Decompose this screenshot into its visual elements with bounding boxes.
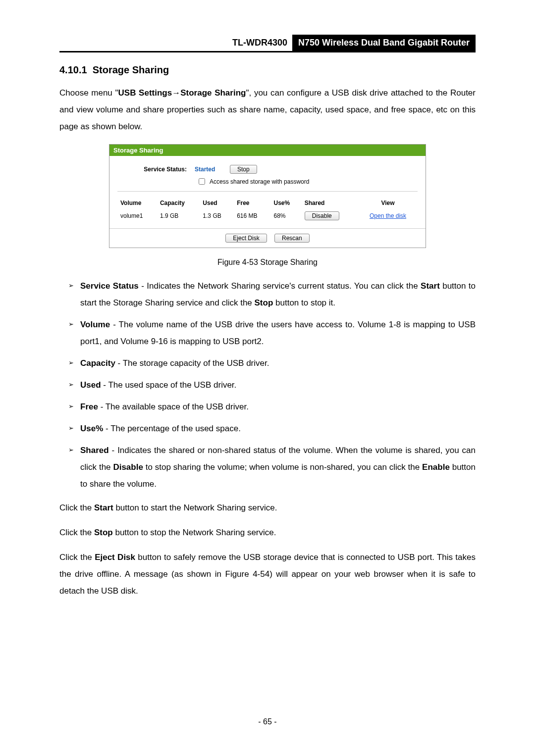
kw-enable: Enable — [422, 462, 450, 472]
storage-sharing-panel: Storage Sharing Service Status: Started … — [109, 144, 426, 248]
text: Click the — [59, 528, 94, 537]
section-title: Storage Sharing — [93, 64, 169, 75]
figure-screenshot: Storage Sharing Service Status: Started … — [109, 144, 426, 248]
model-number: TL-WDR4300 — [227, 35, 292, 51]
eject-disk-button[interactable]: Eject Disk — [225, 234, 267, 243]
col-capacity: Capacity — [157, 198, 200, 208]
section-number: 4.10.1 — [59, 64, 87, 75]
text: Click the — [59, 503, 94, 512]
cell-used: 1.3 GB — [200, 208, 234, 223]
text: button to stop the Network Sharing servi… — [113, 528, 276, 537]
list-item: Used - The used space of the USB driver. — [68, 377, 476, 394]
sep: - — [98, 402, 106, 411]
term-used: Used — [80, 380, 101, 390]
document-header: TL-WDR4300 N750 Wireless Dual Band Gigab… — [59, 35, 476, 52]
sep: - — [139, 281, 147, 291]
access-password-checkbox[interactable] — [199, 178, 205, 185]
table-header-row: Volume Capacity Used Free Use% Shared Vi… — [117, 198, 418, 208]
text: The percentage of the used space. — [110, 424, 241, 433]
disable-share-button[interactable]: Disable — [305, 211, 339, 220]
product-name: N750 Wireless Dual Band Gigabit Router — [292, 35, 476, 51]
rescan-button[interactable]: Rescan — [274, 234, 310, 243]
list-item: Service Status - Indicates the Network S… — [68, 278, 476, 311]
list-item: Capacity - The storage capacity of the U… — [68, 355, 476, 372]
kw-stop: Stop — [255, 298, 273, 307]
list-item: Volume - The volume name of the USB driv… — [68, 316, 476, 350]
intro-paragraph: Choose menu "USB Settings→Storage Sharin… — [59, 85, 476, 135]
service-status-value: Started — [195, 166, 222, 173]
sep: - — [115, 358, 123, 368]
paragraph-stop: Click the Stop button to stop the Networ… — [59, 524, 476, 541]
panel-footer: Eject Disk Rescan — [109, 228, 426, 248]
text: The volume name of the USB drive the use… — [80, 320, 476, 346]
volumes-table: Volume Capacity Used Free Use% Shared Vi… — [117, 198, 418, 223]
open-disk-link[interactable]: Open the disk — [370, 212, 406, 219]
sep: - — [109, 446, 118, 455]
term-volume: Volume — [80, 320, 110, 329]
menu-path-usb-settings: USB Settings — [118, 88, 172, 98]
text: The available space of the USB driver. — [106, 402, 249, 411]
term-shared: Shared — [80, 446, 109, 455]
service-status-label: Service Status: — [117, 166, 187, 173]
term-service-status: Service Status — [80, 281, 139, 291]
feature-list: Service Status - Indicates the Network S… — [59, 278, 476, 493]
page-number: - 65 - — [0, 717, 535, 726]
kw-eject-disk: Eject Disk — [95, 553, 135, 562]
text: button to stop it. — [273, 298, 335, 307]
cell-use-pct: 68% — [270, 208, 301, 223]
list-item: Free - The available space of the USB dr… — [68, 399, 476, 415]
cell-capacity: 1.9 GB — [157, 208, 200, 223]
list-item: Use% - The percentage of the used space. — [68, 420, 476, 437]
col-free: Free — [234, 198, 270, 208]
section-heading: 4.10.1 Storage Sharing — [59, 64, 476, 76]
term-capacity: Capacity — [80, 358, 115, 368]
figure-caption: Figure 4-53 Storage Sharing — [59, 258, 476, 267]
paragraph-eject: Click the Eject Disk button to safely re… — [59, 549, 476, 600]
divider — [117, 191, 418, 192]
kw-stop: Stop — [94, 528, 113, 537]
term-free: Free — [80, 402, 98, 411]
menu-path-storage-sharing: Storage Sharing — [180, 88, 246, 98]
text: Click the — [59, 553, 95, 562]
paragraph-start: Click the Start button to start the Netw… — [59, 500, 476, 516]
table-row: volume1 1.9 GB 1.3 GB 616 MB 68% Disable… — [117, 208, 418, 223]
text: The storage capacity of the USB driver. — [123, 358, 269, 368]
list-item: Shared - Indicates the shared or non-sha… — [68, 442, 476, 493]
cell-free: 616 MB — [234, 208, 270, 223]
sep: - — [101, 380, 108, 390]
col-volume: Volume — [117, 198, 157, 208]
kw-start: Start — [94, 503, 113, 512]
access-password-label: Access shared storage with password — [210, 178, 309, 185]
sep: - — [103, 424, 110, 433]
panel-title: Storage Sharing — [109, 145, 426, 156]
sep: - — [110, 320, 118, 329]
text: The used space of the USB driver. — [108, 380, 236, 390]
text: Indicates the Network Sharing service's … — [147, 281, 421, 291]
menu-arrow-icon: → — [172, 88, 180, 98]
text: button to start the Network Sharing serv… — [113, 503, 277, 512]
kw-start: Start — [421, 281, 440, 291]
col-view: View — [358, 198, 418, 208]
stop-button[interactable]: Stop — [230, 165, 257, 174]
term-use-pct: Use% — [80, 424, 103, 433]
text: to stop sharing the volume; when volume … — [143, 462, 422, 472]
col-used: Used — [200, 198, 234, 208]
col-shared: Shared — [302, 198, 358, 208]
col-use-pct: Use% — [270, 198, 301, 208]
kw-disable: Disable — [113, 462, 143, 472]
cell-volume: volume1 — [117, 208, 157, 223]
intro-text: Choose menu " — [59, 88, 118, 98]
